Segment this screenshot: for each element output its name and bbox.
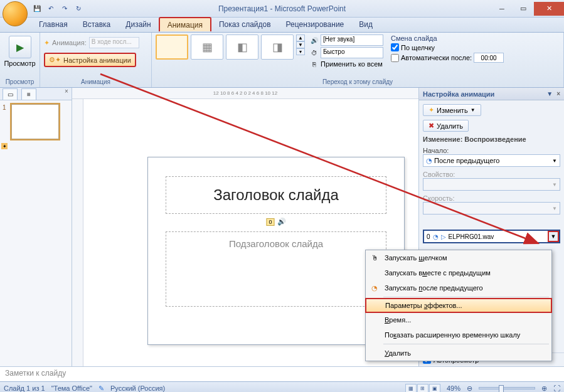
ruler-horizontal: 12 10 8 6 4 2 0 2 4 6 8 10 12	[72, 88, 418, 99]
quick-access-toolbar: 💾 ↶ ↷ ↻	[31, 3, 84, 14]
custom-animation-button[interactable]: ⚙✦ Настройка анимации	[44, 53, 136, 67]
star-change-icon: ✦	[428, 106, 434, 114]
ctx-remove[interactable]: Удалить	[366, 346, 551, 361]
tab-slideshow[interactable]: Показ слайдов	[211, 18, 279, 32]
tab-view[interactable]: Вид	[351, 18, 380, 32]
speed-dropdown: ▼	[423, 202, 560, 215]
ctx-timing[interactable]: Время...	[366, 312, 551, 327]
animation-indicator-icon: ✦	[1, 143, 8, 149]
preview-button[interactable]: ▶ Просмотр	[4, 34, 36, 67]
transition-gallery[interactable]: ▦ ◧ ◨	[156, 34, 294, 60]
apply-all-icon: ⎘	[310, 60, 319, 68]
transition-none[interactable]	[156, 34, 188, 60]
gallery-down[interactable]: ▼	[296, 41, 305, 48]
ctx-start-afterprev[interactable]: ◔Запускать после предыдущего	[366, 280, 551, 295]
slide-panel: ▭ ≡ × 1 ✦	[0, 88, 72, 366]
ctx-start-onclick[interactable]: 🖱Запускать щелчком	[366, 250, 551, 265]
gallery-up[interactable]: ▲	[296, 34, 305, 41]
title-bar: 💾 ↶ ↷ ↻ Презентация1 - Microsoft PowerPo…	[0, 0, 564, 18]
save-icon[interactable]: 💾	[31, 3, 43, 14]
minimize-button[interactable]: ─	[491, 2, 513, 16]
transition-2[interactable]: ◧	[226, 34, 258, 60]
speed-icon: ⏱	[310, 48, 319, 57]
modify-button[interactable]: ✦Изменить ▼	[423, 104, 481, 116]
animation-dropdown[interactable]: В ходе посл...	[89, 37, 139, 48]
ctx-start-withprev[interactable]: Запускать вместе с предыдущим	[366, 265, 551, 280]
tab-review[interactable]: Рецензирование	[279, 18, 352, 32]
redo-icon[interactable]: ↷	[59, 3, 70, 14]
undo-icon[interactable]: ↶	[45, 3, 56, 14]
close-button[interactable]: ✕	[534, 2, 564, 16]
zoom-percent[interactable]: 49%	[447, 384, 460, 392]
refresh-icon[interactable]: ↻	[73, 3, 84, 14]
transition-speed-dropdown[interactable]: Быстро	[321, 47, 383, 58]
speed-label: Скорость:	[423, 194, 560, 202]
ctx-separator	[383, 297, 549, 297]
outline-tab[interactable]: ≡	[21, 88, 36, 100]
tab-home[interactable]: Главная	[31, 18, 75, 32]
status-slide: Слайд 1 из 1	[4, 384, 45, 392]
slide-change-title: Смена слайда	[391, 34, 504, 42]
transition-3[interactable]: ◨	[261, 34, 294, 60]
sound-icon: 🔊	[310, 36, 319, 45]
custom-anim-label: Настройка анимации	[63, 56, 131, 64]
transition-1[interactable]: ▦	[191, 34, 223, 60]
auto-after-checkbox[interactable]: Автоматически после:	[391, 53, 504, 63]
office-button[interactable]	[3, 1, 28, 26]
title-placeholder[interactable]: Заголовок слайда	[166, 176, 386, 214]
window-controls: ─ ▭ ✕	[491, 2, 564, 16]
delete-x-icon: ✖	[428, 122, 434, 130]
property-label: Свойство:	[423, 171, 560, 178]
sound-object[interactable]: 0 🔊	[266, 218, 285, 226]
change-effect-label: Изменение: Воспроизведение	[423, 135, 560, 143]
play-triangle-icon: ▷	[441, 233, 446, 240]
effect-order: 0	[427, 233, 430, 240]
auto-after-time[interactable]	[474, 53, 504, 63]
slide-number: 1	[3, 104, 9, 139]
group-preview: Просмотр	[4, 77, 36, 85]
panel-close[interactable]: ×	[61, 88, 72, 100]
ctx-show-timeline[interactable]: Показать расширенную временную шкалу	[366, 327, 551, 342]
fit-window[interactable]: ⛶	[553, 384, 560, 392]
tab-design[interactable]: Дизайн	[118, 18, 158, 32]
notes-pane[interactable]: Заметки к слайду	[0, 366, 564, 381]
maximize-button[interactable]: ▭	[513, 2, 534, 16]
delete-button[interactable]: ✖Удалить	[423, 120, 469, 132]
on-click-checkbox[interactable]: По щелчку	[391, 43, 504, 51]
zoom-out[interactable]: ⊖	[467, 384, 472, 393]
speaker-icon: 🔊	[277, 218, 286, 226]
slides-tab[interactable]: ▭	[3, 88, 18, 100]
apply-all-button[interactable]: Применить ко всем	[321, 60, 383, 68]
start-label: Начало:	[423, 147, 560, 154]
animation-label: Анимация:	[52, 39, 87, 46]
status-lang[interactable]: Русский (Россия)	[110, 384, 165, 392]
ribbon-tabs: Главная Вставка Дизайн Анимация Показ сл…	[0, 18, 564, 33]
effect-item-dropdown[interactable]: ▼	[548, 231, 559, 242]
clock-icon: ◔	[426, 157, 432, 164]
tab-animation[interactable]: Анимация	[159, 17, 211, 31]
status-theme: "Тема Office"	[51, 384, 92, 392]
group-transition: Переход к этому слайду	[156, 77, 560, 85]
gear-star-icon: ⚙✦	[49, 56, 61, 64]
start-dropdown[interactable]: ◔ После предыдущего▼	[423, 154, 560, 167]
view-slideshow[interactable]: ▣	[429, 384, 440, 393]
view-sorter[interactable]: ⊞	[417, 384, 428, 393]
anim-order-badge: 0	[266, 218, 274, 226]
tab-insert[interactable]: Вставка	[75, 18, 119, 32]
effect-list-item[interactable]: 0 ◔ ▷ ELPHRG01.wav ▼	[423, 230, 560, 243]
zoom-thumb[interactable]	[499, 385, 504, 392]
zoom-in[interactable]: ⊕	[541, 384, 547, 393]
clock-orange-icon: ◔	[370, 283, 380, 293]
slide-thumbnail-1[interactable]	[11, 104, 59, 139]
pane-dropdown-icon[interactable]: ▼	[546, 90, 553, 97]
preview-label: Просмотр	[4, 60, 36, 67]
preview-play-icon: ▶	[9, 36, 31, 58]
pane-close-icon[interactable]: ×	[556, 90, 560, 97]
view-normal[interactable]: ▦	[405, 384, 417, 393]
transition-sound-dropdown[interactable]: [Нет звука]	[321, 34, 383, 46]
pane-title: Настройка анимации	[423, 90, 494, 98]
ctx-effect-params[interactable]: Параметры эффектов...	[365, 298, 552, 313]
zoom-slider[interactable]	[479, 387, 535, 389]
subtitle-placeholder[interactable]: Подзаголовок слайда	[166, 231, 386, 307]
gallery-more[interactable]: ▾	[296, 48, 305, 55]
